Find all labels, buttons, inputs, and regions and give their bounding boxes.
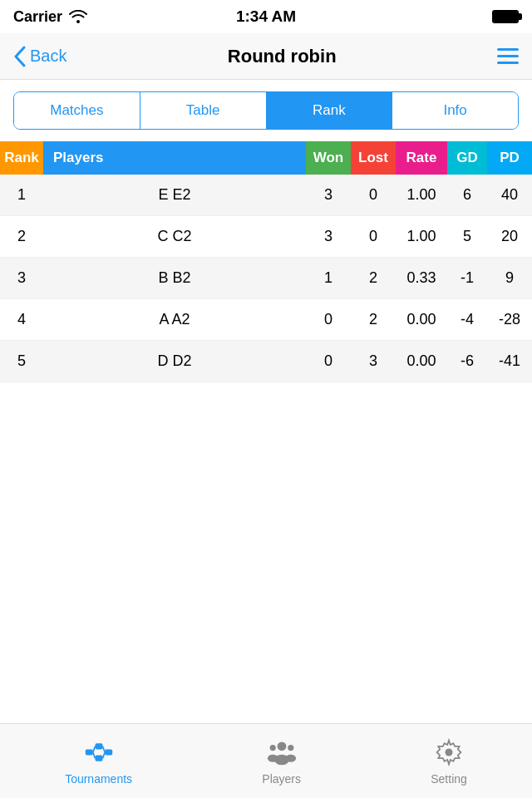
rank-table-container: Rank Players Won Lost Rate GD PD 1 E E2 … bbox=[0, 141, 532, 382]
status-right bbox=[492, 10, 519, 23]
bottom-nav-setting[interactable]: Setting bbox=[431, 737, 467, 786]
svg-line-6 bbox=[102, 746, 105, 751]
battery-icon bbox=[492, 10, 519, 23]
tab-table[interactable]: Table bbox=[140, 92, 267, 129]
setting-label: Setting bbox=[431, 772, 467, 786]
back-button[interactable]: Back bbox=[13, 46, 66, 67]
cell-won: 0 bbox=[306, 299, 351, 341]
svg-rect-0 bbox=[85, 749, 92, 755]
header-rank: Rank bbox=[0, 141, 43, 175]
table-row: 5 D D2 0 3 0.00 -6 -41 bbox=[0, 341, 532, 382]
back-label: Back bbox=[30, 47, 66, 66]
svg-point-14 bbox=[446, 748, 453, 756]
cell-rank: 4 bbox=[0, 299, 43, 341]
cell-lost: 2 bbox=[351, 258, 396, 299]
cell-player: D D2 bbox=[43, 341, 306, 382]
cell-rate: 1.00 bbox=[396, 175, 447, 216]
svg-rect-1 bbox=[95, 743, 102, 749]
svg-line-7 bbox=[102, 752, 105, 758]
cell-lost: 0 bbox=[351, 175, 396, 216]
back-chevron-icon bbox=[13, 46, 27, 67]
svg-point-11 bbox=[268, 754, 278, 761]
nav-bar: Back Round robin bbox=[0, 33, 532, 80]
table-row: 2 C C2 3 0 1.00 5 20 bbox=[0, 216, 532, 258]
cell-rank: 3 bbox=[0, 258, 43, 299]
header-gd: GD bbox=[447, 141, 487, 175]
tab-rank[interactable]: Rank bbox=[267, 92, 393, 129]
cell-player: A A2 bbox=[43, 299, 306, 341]
cell-player: B B2 bbox=[43, 258, 306, 299]
tab-bar: Matches Table Rank Info bbox=[13, 91, 519, 130]
cell-gd: -4 bbox=[447, 299, 487, 341]
tournaments-label: Tournaments bbox=[65, 772, 132, 786]
svg-point-10 bbox=[269, 745, 275, 751]
tournaments-icon bbox=[84, 737, 114, 767]
cell-gd: -6 bbox=[447, 341, 487, 382]
header-lost: Lost bbox=[351, 141, 396, 175]
cell-rank: 2 bbox=[0, 216, 43, 258]
rank-table: Rank Players Won Lost Rate GD PD 1 E E2 … bbox=[0, 141, 532, 382]
page-title: Round robin bbox=[228, 46, 337, 67]
tab-info[interactable]: Info bbox=[392, 92, 518, 129]
cell-rank: 5 bbox=[0, 341, 43, 382]
cell-pd: -28 bbox=[487, 299, 532, 341]
setting-icon bbox=[434, 737, 464, 767]
svg-point-13 bbox=[285, 754, 296, 761]
cell-won: 1 bbox=[306, 258, 351, 299]
cell-won: 0 bbox=[306, 341, 351, 382]
table-row: 3 B B2 1 2 0.33 -1 9 bbox=[0, 258, 532, 299]
players-label: Players bbox=[262, 772, 301, 786]
cell-rate: 0.33 bbox=[396, 258, 447, 299]
cell-pd: -41 bbox=[487, 341, 532, 382]
svg-point-8 bbox=[277, 741, 286, 751]
cell-gd: -1 bbox=[447, 258, 487, 299]
header-pd: PD bbox=[487, 141, 532, 175]
bottom-nav-tournaments[interactable]: Tournaments bbox=[65, 737, 132, 786]
cell-lost: 2 bbox=[351, 299, 396, 341]
table-row: 1 E E2 3 0 1.00 6 40 bbox=[0, 175, 532, 216]
svg-line-5 bbox=[92, 752, 95, 758]
status-time: 1:34 AM bbox=[236, 7, 296, 26]
menu-button[interactable] bbox=[497, 48, 519, 64]
header-player: Players bbox=[43, 141, 306, 175]
status-left: Carrier bbox=[13, 8, 87, 26]
cell-rate: 0.00 bbox=[396, 341, 447, 382]
cell-lost: 0 bbox=[351, 216, 396, 258]
cell-player: C C2 bbox=[43, 216, 306, 258]
wifi-icon bbox=[69, 10, 87, 23]
cell-rank: 1 bbox=[0, 175, 43, 216]
status-bar: Carrier 1:34 AM bbox=[0, 0, 532, 33]
tab-matches[interactable]: Matches bbox=[14, 92, 140, 129]
cell-won: 3 bbox=[306, 175, 351, 216]
table-body: 1 E E2 3 0 1.00 6 40 2 C C2 3 0 1.00 5 2… bbox=[0, 175, 532, 382]
header-won: Won bbox=[306, 141, 351, 175]
table-row: 4 A A2 0 2 0.00 -4 -28 bbox=[0, 299, 532, 341]
cell-rate: 1.00 bbox=[396, 216, 447, 258]
cell-pd: 9 bbox=[487, 258, 532, 299]
cell-player: E E2 bbox=[43, 175, 306, 216]
cell-pd: 20 bbox=[487, 216, 532, 258]
cell-gd: 5 bbox=[447, 216, 487, 258]
cell-gd: 6 bbox=[447, 175, 487, 216]
cell-lost: 3 bbox=[351, 341, 396, 382]
svg-rect-2 bbox=[95, 755, 102, 761]
bottom-nav: Tournaments Players Setting bbox=[0, 723, 532, 798]
svg-line-4 bbox=[92, 746, 95, 751]
header-rate: Rate bbox=[396, 141, 447, 175]
table-header: Rank Players Won Lost Rate GD PD bbox=[0, 141, 532, 175]
cell-won: 3 bbox=[306, 216, 351, 258]
players-icon bbox=[267, 737, 297, 767]
bottom-nav-players[interactable]: Players bbox=[262, 737, 301, 786]
cell-rate: 0.00 bbox=[396, 299, 447, 341]
svg-rect-3 bbox=[105, 749, 112, 755]
svg-point-12 bbox=[288, 745, 293, 751]
cell-pd: 40 bbox=[487, 175, 532, 216]
carrier-label: Carrier bbox=[13, 8, 62, 26]
